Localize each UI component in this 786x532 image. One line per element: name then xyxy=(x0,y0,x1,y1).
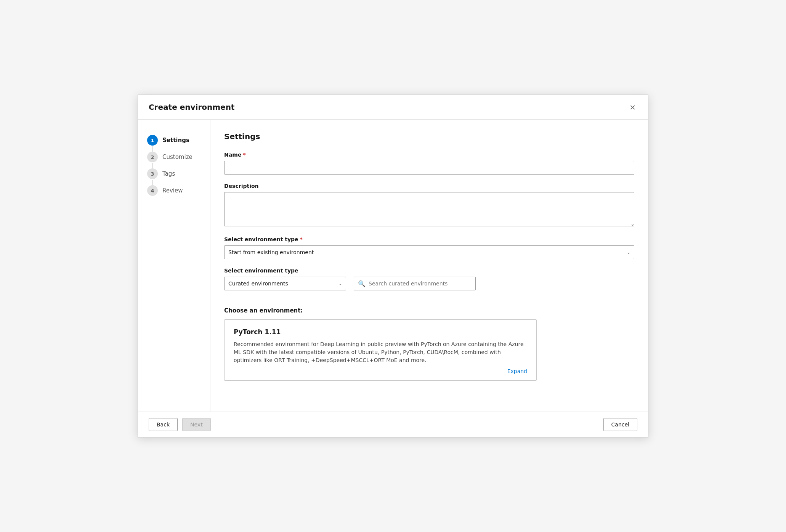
description-field-group: Description xyxy=(224,183,634,228)
env-type-select-wrapper: Start from existing environment Create n… xyxy=(224,245,634,259)
footer-left-buttons: Back Next xyxy=(149,418,211,431)
curated-env-select-wrapper: Curated environments Custom environments… xyxy=(224,277,346,290)
second-env-type-field-group: Select environment type Curated environm… xyxy=(224,268,634,299)
next-button: Next xyxy=(182,418,211,431)
main-content: Settings Name * Description Select envir… xyxy=(210,120,648,412)
curated-env-select[interactable]: Curated environments Custom environments xyxy=(224,277,346,290)
second-env-type-label: Select environment type xyxy=(224,268,634,274)
step-2-label: Customize xyxy=(162,154,192,160)
search-box[interactable]: 🔍 xyxy=(354,277,476,290)
cancel-button[interactable]: Cancel xyxy=(603,418,637,431)
search-curated-input[interactable] xyxy=(369,280,472,287)
step-4-review[interactable]: 4 Review xyxy=(147,182,201,199)
step-3-label: Tags xyxy=(162,170,175,177)
back-button[interactable]: Back xyxy=(149,418,178,431)
step-3-tags[interactable]: 3 Tags xyxy=(147,165,201,182)
env-card-title: PyTorch 1.11 xyxy=(234,328,527,336)
create-environment-dialog: Create environment × 1 Settings 2 Custom… xyxy=(138,95,648,437)
step-1-circle: 1 xyxy=(147,135,158,146)
step-4-label: Review xyxy=(162,187,183,194)
name-input[interactable] xyxy=(224,161,634,175)
env-type-label: Select environment type * xyxy=(224,236,634,242)
description-label: Description xyxy=(224,183,634,189)
env-card-description: Recommended environment for Deep Learnin… xyxy=(234,340,527,364)
name-field-group: Name * xyxy=(224,152,634,175)
search-icon: 🔍 xyxy=(358,280,366,287)
env-type-row: Curated environments Custom environments… xyxy=(224,277,634,290)
step-1-label: Settings xyxy=(162,137,189,144)
env-type-required: * xyxy=(300,236,303,242)
env-type-field-group: Select environment type * Start from exi… xyxy=(224,236,634,259)
step-4-circle: 4 xyxy=(147,185,158,196)
steps-sidebar: 1 Settings 2 Customize 3 Tags 4 xyxy=(138,120,210,412)
close-button[interactable]: × xyxy=(628,102,637,112)
section-title: Settings xyxy=(224,132,634,141)
choose-env-label: Choose an environment: xyxy=(224,307,634,314)
dialog-header: Create environment × xyxy=(138,95,648,120)
env-card[interactable]: PyTorch 1.11 Recommended environment for… xyxy=(224,319,537,381)
dialog-body: 1 Settings 2 Customize 3 Tags 4 xyxy=(138,120,648,412)
step-2-customize[interactable]: 2 Customize xyxy=(147,149,201,165)
step-2-circle: 2 xyxy=(147,152,158,162)
step-1-settings[interactable]: 1 Settings xyxy=(147,132,201,149)
step-3-circle: 3 xyxy=(147,168,158,179)
dialog-title: Create environment xyxy=(149,103,234,112)
dialog-footer: Back Next Cancel xyxy=(138,412,648,437)
env-card-expand-button[interactable]: Expand xyxy=(234,368,527,374)
description-input[interactable] xyxy=(224,192,634,226)
env-type-select[interactable]: Start from existing environment Create n… xyxy=(224,245,634,259)
name-required: * xyxy=(243,152,245,158)
name-label: Name * xyxy=(224,152,634,158)
